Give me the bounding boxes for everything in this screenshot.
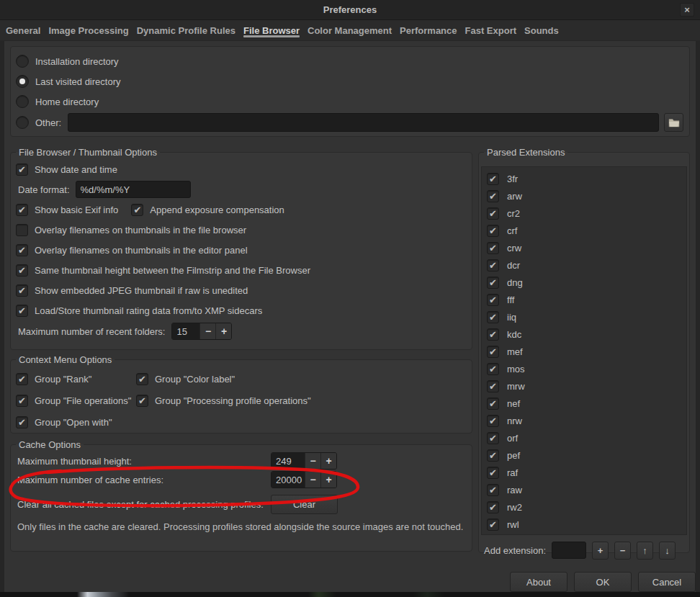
extension-checkbox[interactable]: ✔ [487,242,499,254]
plus-icon: + [598,545,603,556]
tab[interactable]: File Browser [243,20,300,40]
extension-checkbox[interactable]: ✔ [487,398,499,410]
decrement-button[interactable]: − [199,323,215,339]
group-color-label-checkbox[interactable]: ✔ [136,373,148,385]
extension-label: raf [507,467,518,478]
group-open-with-checkbox[interactable]: ✔ [16,416,28,428]
tab[interactable]: Performance [400,20,457,40]
max-cache-entries-value[interactable]: 20000 [272,472,305,488]
extension-label: nef [507,398,520,409]
check-icon: ✔ [18,266,26,275]
extension-checkbox[interactable]: ✔ [487,467,499,479]
xmp-sidecars-checkbox[interactable]: ✔ [16,305,28,317]
overlay-editor-checkbox[interactable]: ✔ [16,244,28,256]
ok-button[interactable]: OK [574,572,632,592]
extension-checkbox[interactable]: ✔ [487,277,499,289]
embedded-jpeg-label: Show embedded JPEG thumbnail if raw is u… [35,285,248,296]
exif-row: ✔ Show basic Exif info ✔ Append exposure… [16,199,467,220]
extension-checkbox[interactable]: ✔ [487,380,499,392]
show-exif-checkbox[interactable]: ✔ [16,204,28,216]
decrement-button[interactable]: − [305,453,320,469]
move-down-button[interactable]: ↓ [659,542,676,560]
extension-checkbox[interactable]: ✔ [487,328,499,341]
extension-checkbox[interactable]: ✔ [487,173,499,185]
extension-checkbox[interactable]: ✔ [487,190,499,202]
extension-row: ✔ fff [482,291,686,308]
clear-cache-button[interactable]: Clear [271,495,338,514]
extension-row: ✔ iiq [482,308,686,326]
extension-checkbox[interactable]: ✔ [487,415,499,427]
max-thumb-height-value[interactable]: 249 [272,453,305,469]
tab[interactable]: Dynamic Profile Rules [137,20,235,40]
tab[interactable]: Image Processing [48,20,128,40]
group-rank-checkbox[interactable]: ✔ [16,373,28,385]
close-button[interactable]: × [680,3,694,17]
tab[interactable]: Color Management [308,20,392,40]
extension-checkbox[interactable]: ✔ [487,346,499,358]
extension-checkbox[interactable]: ✔ [487,363,499,375]
append-exposure-checkbox[interactable]: ✔ [131,204,143,216]
cache-note: Only files in the cache are cleared. Pro… [17,521,465,532]
check-icon: ✔ [489,278,497,287]
installation-directory-radio[interactable] [16,55,29,68]
recent-folders-label: Maximum number of recent folders: [18,326,165,337]
tab[interactable]: Sounds [524,20,559,40]
other-directory-input[interactable] [68,113,659,132]
extension-checkbox[interactable]: ✔ [487,259,499,271]
increment-button[interactable]: + [320,472,336,488]
extension-label: orf [507,433,518,444]
add-extension-input[interactable] [552,542,586,559]
group-open-with-row: ✔ Group "Open with" [16,411,136,433]
cancel-button[interactable]: Cancel [638,572,696,592]
other-directory-radio[interactable] [16,116,29,129]
title-bar: Preferences × [0,0,700,20]
tab[interactable]: General [6,20,40,40]
same-height-checkbox[interactable]: ✔ [16,264,28,277]
date-format-input[interactable] [76,181,191,198]
tab-label: Sounds [524,25,559,36]
extension-checkbox[interactable]: ✔ [487,449,499,462]
extension-checkbox[interactable]: ✔ [487,225,499,237]
extension-checkbox[interactable]: ✔ [487,484,499,496]
add-extension-button[interactable]: + [592,542,609,560]
group-file-operations-checkbox[interactable]: ✔ [16,395,28,407]
increment-button[interactable]: + [320,453,336,469]
overlay-browser-checkbox[interactable]: ✔ [16,224,28,236]
radio-label: Last visited directory [35,76,121,87]
tab[interactable]: Fast Export [465,20,517,40]
last-visited-directory-radio[interactable] [16,75,29,88]
overlay-editor-label: Overlay filenames on thumbnails in the e… [35,245,248,256]
check-icon: ✔ [133,205,141,215]
increment-button[interactable]: + [215,323,231,339]
remove-extension-button[interactable]: − [614,542,631,560]
max-cache-entries-label: Maximum number of cache entries: [17,475,271,485]
check-icon: ✔ [18,374,26,384]
decrement-button[interactable]: − [305,472,320,488]
group-processing-profile-checkbox[interactable]: ✔ [136,395,148,407]
about-button[interactable]: About [510,572,567,592]
check-icon: ✔ [489,503,497,512]
background-app-sliver [0,592,700,597]
extension-checkbox[interactable]: ✔ [487,432,499,444]
extension-checkbox[interactable]: ✔ [487,294,499,306]
max-thumb-height-spinner: 249 − + [271,452,337,470]
extension-row: ✔ crf [482,222,686,239]
home-directory-radio[interactable] [16,95,29,108]
check-icon: ✔ [489,451,497,460]
check-icon: ✔ [489,261,497,270]
check-icon: ✔ [489,313,497,322]
check-icon: ✔ [489,347,497,356]
recent-folders-spinner: 15 − + [171,323,232,340]
extension-label: arw [507,191,522,202]
extension-checkbox[interactable]: ✔ [487,501,499,513]
tab-label: Fast Export [465,25,517,36]
browse-folder-button[interactable] [664,113,683,132]
show-date-checkbox[interactable]: ✔ [16,163,28,176]
extension-checkbox[interactable]: ✔ [487,311,499,323]
recent-folders-value[interactable]: 15 [172,323,199,339]
embedded-jpeg-checkbox[interactable]: ✔ [16,284,28,297]
extension-checkbox[interactable]: ✔ [487,519,499,531]
move-up-button[interactable]: ↑ [637,542,653,560]
embedded-jpeg-row: ✔ Show embedded JPEG thumbnail if raw is… [16,280,467,300]
extension-checkbox[interactable]: ✔ [487,207,499,220]
